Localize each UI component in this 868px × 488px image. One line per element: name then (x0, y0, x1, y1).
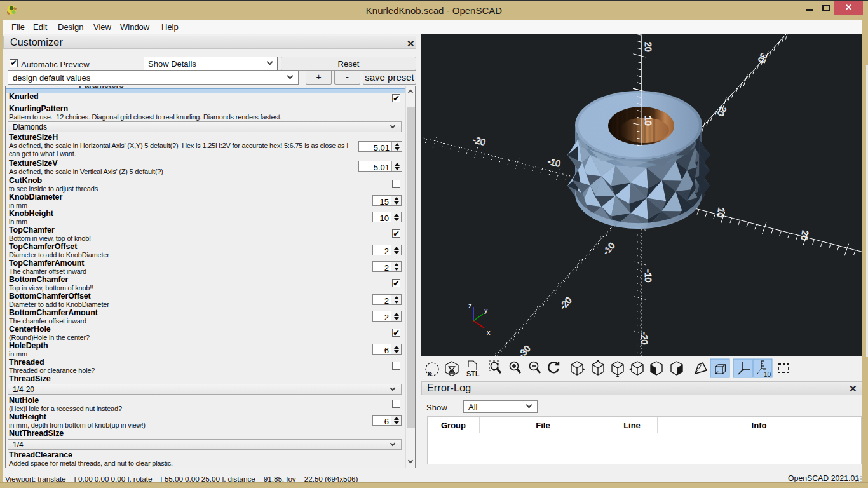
svg-text:-10: -10 (546, 156, 562, 168)
svg-text:x: x (487, 329, 491, 336)
svg-text:10: 10 (643, 116, 653, 126)
svg-text:20: 20 (799, 229, 810, 241)
svg-text:-20: -20 (557, 295, 574, 311)
svg-text:y: y (484, 306, 488, 314)
svg-text:-10: -10 (643, 269, 653, 282)
svg-text:»: » (427, 367, 432, 378)
svg-text:20: 20 (643, 42, 653, 52)
svg-text:-20: -20 (471, 134, 487, 147)
svg-text:-20: -20 (639, 332, 649, 344)
svg-text:z: z (468, 302, 472, 309)
svg-text:-10: -10 (600, 240, 617, 257)
svg-text:10: 10 (764, 371, 771, 378)
svg-text:STL: STL (466, 370, 480, 377)
svg-text:20: 20 (715, 105, 729, 118)
svg-text:10: 10 (715, 207, 726, 218)
svg-text:-30: -30 (516, 343, 532, 356)
